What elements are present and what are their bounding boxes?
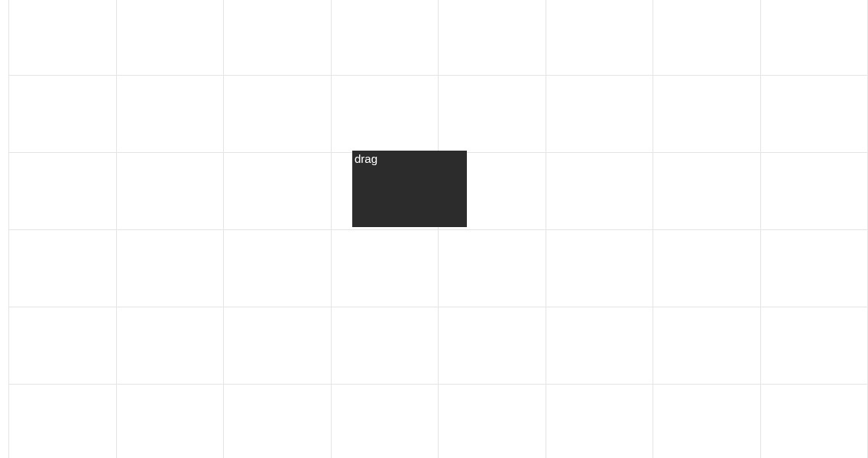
- grid-cell[interactable]: [331, 76, 439, 153]
- grid-cell[interactable]: [653, 385, 761, 459]
- grid-cell[interactable]: [653, 153, 761, 230]
- grid-cell[interactable]: [9, 153, 117, 230]
- grid-cell[interactable]: [439, 385, 546, 459]
- grid-cell[interactable]: [331, 307, 439, 385]
- grid-cell[interactable]: [439, 76, 546, 153]
- grid-cell[interactable]: [331, 385, 439, 459]
- grid-cell[interactable]: [331, 0, 439, 76]
- grid-cell[interactable]: [116, 385, 224, 459]
- grid-cell[interactable]: [116, 76, 224, 153]
- grid-cell[interactable]: [760, 385, 868, 459]
- grid-cell[interactable]: [224, 385, 332, 459]
- grid-cell[interactable]: [546, 307, 653, 385]
- grid-cell[interactable]: [439, 307, 546, 385]
- draggable-block[interactable]: drag: [352, 151, 467, 227]
- grid-cell[interactable]: [116, 153, 224, 230]
- grid-cell[interactable]: [9, 0, 117, 76]
- grid-cell[interactable]: [224, 307, 332, 385]
- grid-cell[interactable]: [760, 0, 868, 76]
- grid-cell[interactable]: [760, 230, 868, 307]
- grid-cell[interactable]: [9, 76, 117, 153]
- grid-cell[interactable]: [546, 153, 653, 230]
- draggable-label: drag: [355, 152, 377, 165]
- drop-grid[interactable]: [8, 0, 868, 458]
- grid-cell[interactable]: [653, 307, 761, 385]
- grid-cell[interactable]: [439, 0, 546, 76]
- grid-cell[interactable]: [546, 230, 653, 307]
- grid-cell[interactable]: [224, 0, 332, 76]
- grid-cell[interactable]: [546, 0, 653, 76]
- grid-cell[interactable]: [546, 76, 653, 153]
- grid-cell[interactable]: [9, 230, 117, 307]
- grid-cell[interactable]: [653, 76, 761, 153]
- grid-cell[interactable]: [116, 230, 224, 307]
- grid-cell[interactable]: [546, 385, 653, 459]
- grid-cell[interactable]: [653, 230, 761, 307]
- grid-cell[interactable]: [9, 307, 117, 385]
- grid-cell[interactable]: [760, 153, 868, 230]
- grid-cell[interactable]: [224, 230, 332, 307]
- grid-cell[interactable]: [331, 230, 439, 307]
- grid-cell[interactable]: [116, 307, 224, 385]
- grid-cell[interactable]: [224, 76, 332, 153]
- grid-cell[interactable]: [760, 307, 868, 385]
- grid-cell[interactable]: [9, 385, 117, 459]
- grid-cell[interactable]: [116, 0, 224, 76]
- grid-cell[interactable]: [653, 0, 761, 76]
- grid-cell[interactable]: [224, 153, 332, 230]
- grid-cell[interactable]: [760, 76, 868, 153]
- grid-cell[interactable]: [439, 230, 546, 307]
